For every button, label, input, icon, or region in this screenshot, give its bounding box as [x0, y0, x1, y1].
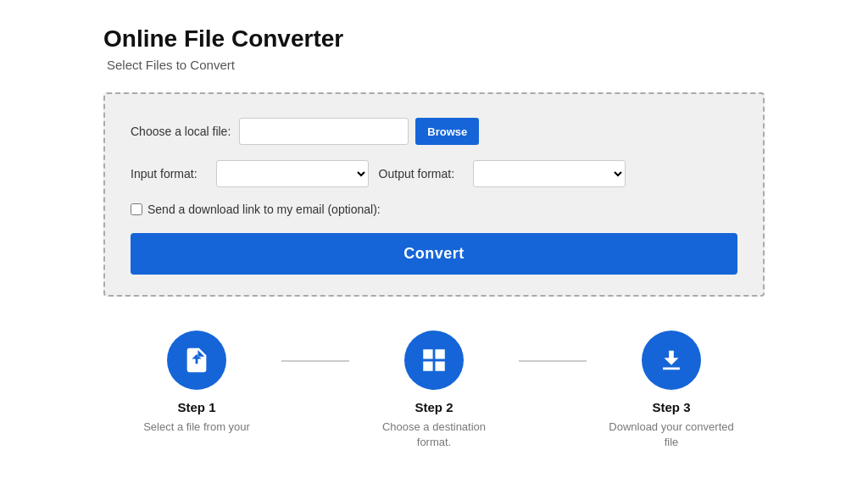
converter-box: Choose a local file: Browse Input format…	[103, 92, 765, 297]
step-connector-2	[519, 360, 587, 362]
step-2-icon-circle	[404, 331, 464, 390]
input-format-select[interactable]	[216, 160, 369, 187]
step-2-desc: Choose a destination format.	[366, 420, 502, 450]
email-row: Send a download link to my email (option…	[131, 203, 737, 216]
step-connector-1	[281, 360, 349, 362]
email-checkbox[interactable]	[131, 203, 142, 215]
step-3-desc: Download your converted file	[604, 420, 739, 450]
output-format-label: Output format:	[379, 167, 454, 181]
local-file-label: Choose a local file:	[131, 125, 231, 138]
file-input-area: Browse	[239, 118, 479, 145]
step-3-title: Step 3	[652, 400, 690, 414]
step-1-icon-circle	[167, 331, 226, 390]
email-label: Send a download link to my email (option…	[147, 203, 381, 216]
step-3-item: Step 3 Download your converted file	[587, 331, 756, 450]
step-3-icon-circle	[642, 331, 701, 390]
step-1-item: Step 1 Select a file from your	[112, 331, 281, 435]
file-row: Choose a local file: Browse	[131, 118, 737, 145]
browse-button[interactable]: Browse	[415, 118, 479, 145]
step-2-item: Step 2 Choose a destination format.	[349, 331, 519, 450]
file-text-input[interactable]	[239, 118, 409, 145]
file-upload-icon	[182, 346, 211, 375]
format-row: Input format: Output format:	[131, 160, 737, 187]
output-format-select[interactable]	[473, 160, 626, 187]
step-1-desc: Select a file from your	[143, 420, 250, 435]
step-1-title: Step 1	[177, 400, 215, 414]
page-title: Online File Converter	[103, 25, 343, 53]
convert-button[interactable]: Convert	[131, 233, 737, 275]
steps-row: Step 1 Select a file from your Step 2 Ch…	[103, 331, 765, 450]
input-format-label: Input format:	[131, 167, 198, 181]
page-subtitle: Select Files to Convert	[107, 58, 235, 72]
step-2-title: Step 2	[415, 400, 453, 414]
page-container: Online File Converter Select Files to Co…	[103, 25, 765, 450]
download-icon	[657, 346, 686, 375]
grid-format-icon	[420, 346, 448, 375]
